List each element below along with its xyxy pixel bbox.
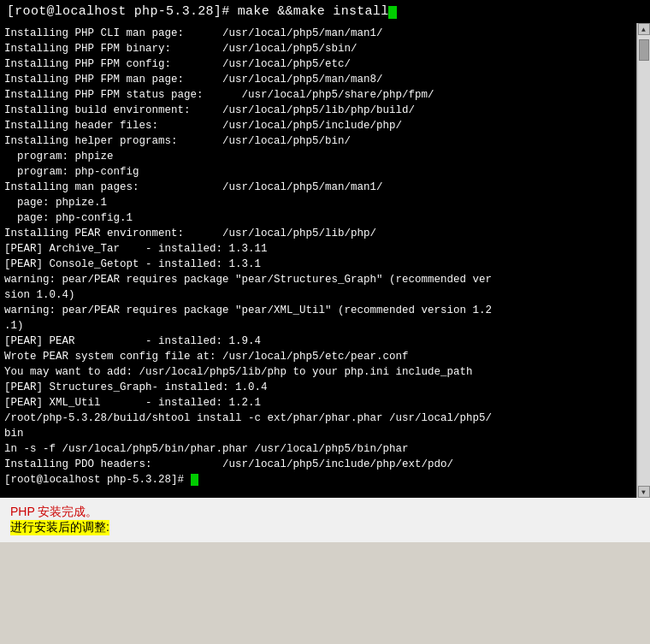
annotation-section: PHP 安装完成。 进行安装后的调整: — [0, 498, 650, 542]
cursor-block — [388, 6, 397, 19]
annotation-line2: 进行安装后的调整: — [10, 520, 109, 535]
scroll-up-arrow[interactable]: ▲ — [638, 23, 650, 35]
scrollbar[interactable]: ▲ ▼ — [636, 23, 650, 498]
scroll-thumb[interactable] — [639, 39, 649, 61]
terminal-window: Installing PHP CLI man page: /usr/local/… — [0, 23, 650, 498]
annotation-line1: PHP 安装完成。 — [10, 505, 640, 520]
scroll-down-arrow[interactable]: ▼ — [638, 486, 650, 498]
scroll-track — [638, 35, 650, 486]
command-text: [root@localhost php-5.3.28]# make &&make… — [7, 4, 388, 19]
page-wrapper: [root@localhost php-5.3.28]# make &&make… — [0, 0, 650, 644]
command-bar: [root@localhost php-5.3.28]# make &&make… — [0, 0, 650, 23]
terminal-output: Installing PHP CLI man page: /usr/local/… — [0, 23, 636, 498]
